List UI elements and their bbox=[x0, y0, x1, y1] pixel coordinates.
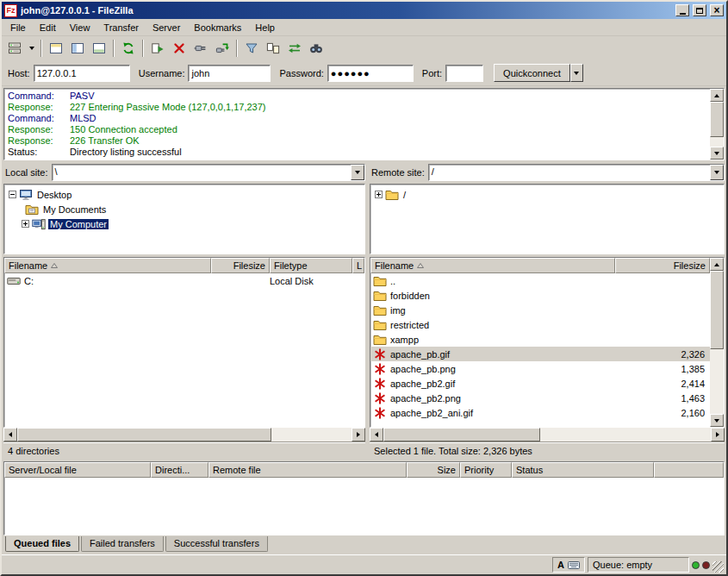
remote-file-row[interactable]: restricted bbox=[370, 317, 710, 332]
remote-file-row[interactable]: forbidden bbox=[370, 288, 710, 303]
file-name: C: bbox=[21, 276, 208, 286]
expand-icon[interactable] bbox=[22, 220, 29, 228]
menu-bookmarks[interactable]: Bookmarks bbox=[187, 21, 248, 34]
remote-site-combo[interactable]: / bbox=[428, 164, 725, 181]
menu-edit[interactable]: Edit bbox=[33, 21, 63, 34]
remote-file-row[interactable]: img bbox=[370, 303, 710, 317]
image-file-icon bbox=[373, 406, 387, 420]
column-priority[interactable]: Priority bbox=[460, 462, 512, 478]
scroll-left-button[interactable] bbox=[3, 428, 17, 441]
remote-file-row[interactable]: apache_pb.png 1,385 bbox=[370, 361, 710, 376]
scroll-right-button[interactable] bbox=[711, 428, 725, 441]
synchronized-browsing-button[interactable] bbox=[284, 38, 305, 59]
remote-file-row[interactable]: apache_pb2.png 1,463 bbox=[370, 391, 710, 405]
scrollbar-track[interactable] bbox=[710, 271, 724, 414]
remote-horizontal-scrollbar[interactable] bbox=[370, 428, 725, 441]
menu-file[interactable]: File bbox=[3, 21, 33, 34]
tab-successful-transfers[interactable]: Successful transfers bbox=[165, 536, 268, 552]
column-status[interactable]: Status bbox=[512, 462, 654, 478]
port-label: Port: bbox=[422, 68, 442, 78]
title-bar[interactable]: john@127.0.0.1 - FileZilla bbox=[2, 2, 726, 19]
expand-icon[interactable] bbox=[375, 191, 383, 198]
local-site-combo[interactable]: \ bbox=[52, 164, 365, 181]
queue-list[interactable] bbox=[4, 478, 724, 535]
local-file-row[interactable]: C: Local Disk bbox=[4, 273, 364, 288]
column-size[interactable]: Size bbox=[407, 462, 460, 478]
toggle-transfer-queue-button[interactable] bbox=[89, 38, 109, 59]
remote-file-row[interactable]: .. bbox=[370, 273, 710, 288]
minimize-button[interactable] bbox=[675, 4, 689, 16]
scrollbar-track[interactable] bbox=[710, 102, 724, 147]
remote-file-row-selected[interactable]: apache_pb.gif 2,326 bbox=[370, 347, 710, 361]
column-label: Remote file bbox=[213, 465, 261, 475]
scrollbar-thumb[interactable] bbox=[710, 271, 724, 349]
activity-led-red bbox=[702, 561, 710, 569]
filter-button[interactable] bbox=[241, 38, 262, 59]
scrollbar-thumb[interactable] bbox=[383, 428, 540, 441]
reconnect-button[interactable] bbox=[212, 38, 233, 59]
tree-item-my-computer[interactable]: My Computer bbox=[6, 216, 363, 231]
column-filesize[interactable]: Filesize bbox=[615, 258, 710, 273]
scroll-down-button[interactable] bbox=[710, 147, 724, 160]
tree-item-desktop[interactable]: Desktop bbox=[6, 187, 363, 202]
column-filename[interactable]: Filename bbox=[370, 258, 615, 273]
scrollbar-track[interactable] bbox=[17, 428, 352, 441]
message-log-icon bbox=[49, 41, 63, 55]
remote-file-row[interactable]: apache_pb2.gif 2,414 bbox=[370, 376, 710, 391]
scroll-up-button[interactable] bbox=[710, 89, 724, 102]
column-filename[interactable]: Filename bbox=[4, 258, 211, 273]
toggle-directory-trees-button[interactable] bbox=[67, 38, 88, 59]
tab-failed-transfers[interactable]: Failed transfers bbox=[81, 536, 164, 552]
quickconnect-bar: Host: Username: Password: Port: Quickcon… bbox=[2, 60, 726, 86]
cancel-operation-button[interactable] bbox=[169, 38, 190, 59]
find-files-button[interactable] bbox=[306, 38, 327, 59]
tab-queued-files[interactable]: Queued files bbox=[5, 536, 79, 552]
collapse-icon[interactable] bbox=[9, 191, 16, 198]
column-filesize[interactable]: Filesize bbox=[211, 258, 270, 273]
local-horizontal-scrollbar[interactable] bbox=[3, 428, 365, 441]
remote-vertical-scrollbar[interactable] bbox=[710, 258, 724, 427]
tree-item-root[interactable]: / bbox=[372, 187, 722, 202]
remote-file-row[interactable]: xampp bbox=[370, 332, 710, 347]
compare-directories-button[interactable] bbox=[263, 38, 283, 59]
column-filetype[interactable]: Filetype bbox=[270, 258, 352, 273]
scroll-up-button[interactable] bbox=[710, 258, 724, 271]
scroll-right-button[interactable] bbox=[352, 428, 365, 441]
local-file-rows: C: Local Disk bbox=[4, 273, 364, 427]
username-input[interactable] bbox=[188, 65, 271, 82]
remote-site-dropdown[interactable] bbox=[710, 165, 724, 180]
quickconnect-button[interactable]: Quickconnect bbox=[494, 64, 570, 82]
maximize-button[interactable] bbox=[693, 4, 706, 16]
password-input[interactable] bbox=[327, 65, 414, 82]
local-directory-tree: Desktop My Documents My Computer bbox=[3, 184, 365, 254]
menu-help[interactable]: Help bbox=[248, 21, 282, 34]
menu-server[interactable]: Server bbox=[146, 21, 187, 34]
close-button[interactable] bbox=[710, 4, 724, 16]
menu-transfer[interactable]: Transfer bbox=[96, 21, 146, 34]
column-direction[interactable]: Directi... bbox=[151, 462, 208, 478]
column-last-modified[interactable]: L bbox=[352, 258, 364, 273]
quickconnect-dropdown[interactable] bbox=[570, 64, 583, 82]
site-manager-button[interactable] bbox=[4, 38, 25, 59]
disconnect-button[interactable] bbox=[190, 38, 211, 59]
refresh-button[interactable] bbox=[118, 38, 139, 59]
tree-item-my-documents[interactable]: My Documents bbox=[6, 202, 363, 216]
menu-view[interactable]: View bbox=[63, 21, 97, 34]
port-input[interactable] bbox=[445, 65, 483, 82]
scrollbar-thumb[interactable] bbox=[17, 428, 271, 441]
process-queue-button[interactable] bbox=[147, 38, 168, 59]
local-site-dropdown[interactable] bbox=[351, 165, 364, 180]
scroll-left-button[interactable] bbox=[370, 428, 383, 441]
column-remote-file[interactable]: Remote file bbox=[208, 462, 407, 478]
column-server-local-file[interactable]: Server/Local file bbox=[4, 462, 151, 478]
remote-file-row[interactable]: apache_pb2_ani.gif 2,160 bbox=[370, 405, 710, 420]
host-input[interactable] bbox=[34, 65, 130, 82]
resize-grip[interactable] bbox=[712, 561, 724, 573]
site-manager-dropdown[interactable] bbox=[26, 38, 37, 59]
scrollbar-thumb[interactable] bbox=[710, 102, 724, 137]
scroll-down-button[interactable] bbox=[710, 414, 724, 427]
compare-icon bbox=[266, 41, 280, 55]
toggle-message-log-button[interactable] bbox=[46, 38, 66, 59]
scrollbar-track[interactable] bbox=[383, 428, 711, 441]
log-scrollbar[interactable] bbox=[710, 89, 724, 160]
